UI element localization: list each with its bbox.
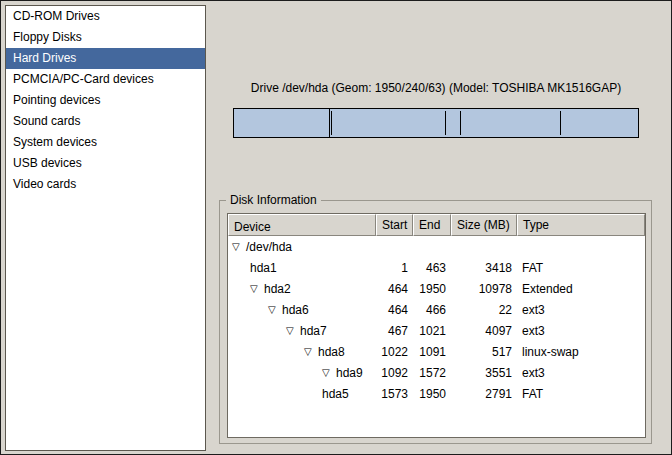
device-label: hda1 (250, 261, 277, 275)
partition-segment-hda8 (445, 111, 460, 135)
device-label: hda9 (336, 366, 363, 380)
device-row-hda2[interactable]: ▽hda2464195010978Extended (228, 278, 645, 299)
type-cell: FAT (517, 261, 645, 275)
column-header-device[interactable]: Device (228, 214, 376, 236)
type-cell: Extended (517, 282, 645, 296)
device-label: hda5 (322, 387, 349, 401)
type-cell: ext3 (517, 324, 645, 338)
device-row-hda7[interactable]: ▽hda746710214097ext3 (228, 320, 645, 341)
partition-segment-hda9 (460, 111, 560, 135)
device-row-hda1[interactable]: hda114633418FAT (228, 257, 645, 278)
size-cell: 2791 (451, 387, 517, 401)
type-cell: linux-swap (517, 345, 645, 359)
drive-description: Drive /dev/hda (Geom: 1950/240/63) (Mode… (226, 81, 646, 95)
sidebar-item-pointing-devices[interactable]: Pointing devices (6, 90, 205, 111)
disk-information-frame: Disk Information DeviceStartEndSize (MB)… (219, 200, 652, 444)
column-header-end[interactable]: End (413, 214, 451, 236)
start-cell: 1573 (376, 387, 413, 401)
expander-icon[interactable]: ▽ (268, 305, 282, 315)
partition-bar (233, 108, 639, 138)
device-cell: hda1 (228, 261, 376, 275)
device-cell: hda5 (228, 387, 376, 401)
type-cell: FAT (517, 387, 645, 401)
expander-icon[interactable]: ▽ (250, 284, 264, 294)
end-cell: 466 (413, 303, 451, 317)
device-cell: ▽hda2 (228, 282, 376, 296)
partition-segment-hda5 (560, 111, 638, 135)
hardware-browser-window: CD-ROM DrivesFloppy DisksHard DrivesPCMC… (0, 0, 672, 455)
disk-table-body: ▽/dev/hdahda114633418FAT▽hda246419501097… (228, 236, 645, 437)
type-cell: ext3 (517, 303, 645, 317)
device-row-hda9[interactable]: ▽hda9109215723551ext3 (228, 362, 645, 383)
sidebar-item-sound-cards[interactable]: Sound cards (6, 111, 205, 132)
device-category-list[interactable]: CD-ROM DrivesFloppy DisksHard DrivesPCMC… (5, 5, 206, 451)
disk-table-header: DeviceStartEndSize (MB)Type (228, 214, 645, 236)
sidebar-item-pcmcia-pc-card-devices[interactable]: PCMCIA/PC-Card devices (6, 69, 205, 90)
expander-icon[interactable]: ▽ (322, 368, 336, 378)
sidebar-item-cd-rom-drives[interactable]: CD-ROM Drives (6, 6, 205, 27)
expander-icon[interactable]: ▽ (232, 242, 246, 252)
start-cell: 464 (376, 303, 413, 317)
device-cell: ▽/dev/hda (228, 240, 376, 254)
type-cell: ext3 (517, 366, 645, 380)
end-cell: 1572 (413, 366, 451, 380)
device-row-hda8[interactable]: ▽hda810221091517linux-swap (228, 341, 645, 362)
size-cell: 22 (451, 303, 517, 317)
start-cell: 1022 (376, 345, 413, 359)
device-cell: ▽hda7 (228, 324, 376, 338)
device-label: hda2 (264, 282, 291, 296)
sidebar-item-floppy-disks[interactable]: Floppy Disks (6, 27, 205, 48)
column-header-size-mb[interactable]: Size (MB) (451, 214, 517, 236)
device-cell: ▽hda9 (228, 366, 376, 380)
device-row-hda6[interactable]: ▽hda646446622ext3 (228, 299, 645, 320)
start-cell: 1 (376, 261, 413, 275)
partition-segment-hda7 (331, 111, 446, 135)
partition-segment-hda1 (234, 109, 330, 137)
end-cell: 1950 (413, 387, 451, 401)
expander-icon[interactable]: ▽ (286, 326, 300, 336)
device-row-dev-hda[interactable]: ▽/dev/hda (228, 236, 645, 257)
device-row-hda5[interactable]: hda5157319502791FAT (228, 383, 645, 404)
size-cell: 10978 (451, 282, 517, 296)
sidebar-item-video-cards[interactable]: Video cards (6, 174, 205, 195)
sidebar-item-hard-drives[interactable]: Hard Drives (6, 48, 205, 69)
disk-table: DeviceStartEndSize (MB)Type ▽/dev/hdahda… (227, 213, 646, 438)
sidebar-item-usb-devices[interactable]: USB devices (6, 153, 205, 174)
end-cell: 1021 (413, 324, 451, 338)
end-cell: 1091 (413, 345, 451, 359)
expander-icon[interactable]: ▽ (304, 347, 318, 357)
column-header-type[interactable]: Type (517, 214, 645, 236)
device-cell: ▽hda8 (228, 345, 376, 359)
device-label: hda6 (282, 303, 309, 317)
start-cell: 467 (376, 324, 413, 338)
end-cell: 1950 (413, 282, 451, 296)
start-cell: 1092 (376, 366, 413, 380)
disk-information-label: Disk Information (226, 193, 321, 207)
device-cell: ▽hda6 (228, 303, 376, 317)
size-cell: 3418 (451, 261, 517, 275)
device-label: /dev/hda (246, 240, 292, 254)
size-cell: 3551 (451, 366, 517, 380)
device-label: hda7 (300, 324, 327, 338)
sidebar-item-system-devices[interactable]: System devices (6, 132, 205, 153)
partition-segment-hda2 (330, 109, 638, 137)
size-cell: 4097 (451, 324, 517, 338)
size-cell: 517 (451, 345, 517, 359)
start-cell: 464 (376, 282, 413, 296)
end-cell: 463 (413, 261, 451, 275)
device-label: hda8 (318, 345, 345, 359)
column-header-start[interactable]: Start (376, 214, 413, 236)
